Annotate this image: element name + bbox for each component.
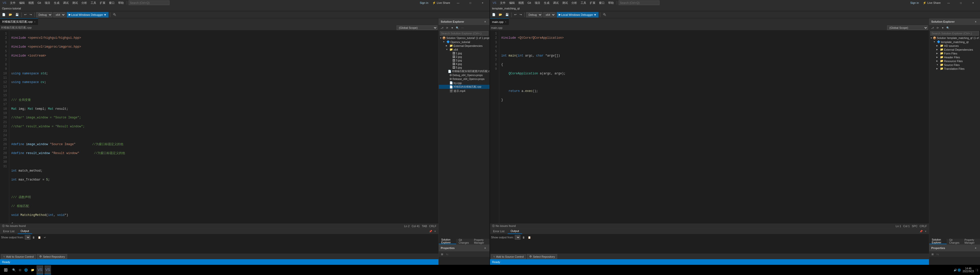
left-select-repo[interactable]: ⚙ Select Repository [37,254,67,259]
right-live-share[interactable]: ⚡ Live Share [921,1,942,5]
right-menu-tools[interactable]: 工具 [579,0,588,5]
left-debugger-dropdown-icon[interactable]: ▼ [103,13,107,16]
left-menu-extensions[interactable]: 扩展 [98,0,107,5]
left-prop-tb1[interactable]: ⊞ [440,252,444,256]
right-code-editor[interactable]: 12345 6789 #include <QtCore/QCoreApplica… [490,30,929,224]
right-tb-save[interactable]: 💾 [504,13,510,17]
right-sol-project-expand[interactable]: ▼ [933,41,936,43]
left-menu-test[interactable]: 测试 [71,0,80,5]
left-tb-new[interactable]: 📄 [1,13,6,17]
left-menu-git[interactable]: Git [36,1,43,5]
taskbar-vs-right[interactable]: VS [45,266,51,275]
right-sol-ext-expand[interactable]: ▶ [936,48,939,51]
right-code-content[interactable]: #include <QtCore/QCoreApplication> int m… [499,30,929,224]
left-editor-tab-close[interactable]: × [34,21,36,23]
right-menu-search[interactable] [619,0,659,5]
right-sol-formfiles[interactable]: ▶ 📁 Form Files [929,51,980,55]
right-prop-tb1[interactable]: ⊞ [930,252,935,256]
right-tb-redo[interactable]: ↪ [519,13,523,17]
right-output-close[interactable]: × [923,229,928,234]
right-close[interactable]: × [967,0,979,6]
left-add-to-source[interactable]: ⑂ Add to Source Control [1,254,36,259]
right-minimize[interactable]: — [943,0,955,6]
right-prop-close[interactable]: × [974,246,978,250]
right-sol-search[interactable] [930,31,979,36]
taskbar-search[interactable]: 🔍 [11,266,17,275]
left-tab-output[interactable]: Output [18,228,32,234]
left-sol-tb2[interactable]: ⟳ [445,25,449,30]
left-output-source[interactable] [25,235,30,240]
right-sol-extdeps[interactable]: ▶ 📁 External Dependencies [929,47,980,51]
left-sol-x64[interactable]: ▼ 📁 x64 [439,47,490,51]
left-maximize[interactable]: □ [465,0,476,6]
left-sol-tb1[interactable]: ⎇ [440,25,444,30]
right-menu-view[interactable]: 视图 [517,0,525,5]
left-output-copy[interactable]: 📋 [37,235,41,240]
left-menu-debug[interactable]: 调试 [62,0,70,5]
left-output-clear[interactable]: 🗑 [32,235,36,240]
right-sol-hd-expand[interactable]: ▶ [936,44,939,47]
right-play-button[interactable]: ▶ Local Windows Debugger ▼ [557,12,598,17]
right-output-pin[interactable]: 📌 [919,229,923,234]
left-sol-tab-sol[interactable]: Solution Explorer [439,239,456,244]
left-tb-save[interactable]: 💾 [14,13,20,17]
left-sol-project[interactable]: ▼ 🔷 Opencv_tutorial [439,40,490,44]
left-output-wrap[interactable]: ↵ [43,235,47,240]
left-sol-extdeps-expand[interactable]: ▶ [446,44,449,47]
right-sol-res-expand[interactable]: ▶ [936,60,939,62]
right-sol-tab-sol[interactable]: Solution Explorer [929,239,947,244]
right-sol-form-expand[interactable]: ▶ [936,52,939,54]
right-menu-extensions[interactable]: 扩展 [588,0,597,5]
right-add-to-source[interactable]: ⑂ Add to Source Control [491,254,526,259]
right-output-clear[interactable]: 🗑 [522,235,526,240]
right-sol-solution[interactable]: ▼ 📦 Solution 'template_matching_qt' (1 o… [929,36,980,40]
left-menu-window[interactable]: 窗口 [107,0,116,5]
right-editor-tab-close[interactable]: × [504,21,507,23]
right-sol-translationfiles[interactable]: ▶ 📁 Translation Files [929,67,980,71]
left-output-pin[interactable]: 📌 [428,229,433,234]
left-prop-close[interactable]: × [483,246,487,250]
right-config-dropdown[interactable]: Debug [526,12,542,17]
taskbar-edge[interactable]: 🌐 [23,266,29,275]
left-menu-tools[interactable]: 工具 [89,0,98,5]
left-sol-tb3[interactable]: ▼ [450,25,455,30]
right-menu-project[interactable]: 项目 [533,0,542,5]
left-file-4jpg[interactable]: ▶ 🖼 4.jpg [439,62,490,66]
left-menu-file[interactable]: 文件 [8,0,17,5]
left-file-dui-cpp[interactable]: ▶ 📄 对相应的在模板匹配.cpp [439,85,490,89]
left-menu-build[interactable]: 生成 [52,0,61,5]
left-tab-errorlist[interactable]: Error List [0,228,18,234]
left-sol-solution[interactable]: ▼ 📦 Solution 'Opencv_tutorial' (1 of 1 p… [439,36,490,40]
right-platform-dropdown[interactable]: x64 [543,12,555,17]
left-file-try-cpp[interactable]: ▶ 📄 try.cpp [439,81,490,85]
right-menu-file[interactable]: 文件 [498,0,507,5]
taskbar-taskview[interactable]: ⊡ [18,266,22,275]
left-sol-solution-expand[interactable]: ▼ [440,37,442,39]
right-sol-trans-expand[interactable]: ▶ [936,68,939,70]
right-tb-ext[interactable]: 🔌 [602,13,608,17]
left-sol-tb5[interactable]: ⋯ [460,25,465,30]
right-menu-help[interactable]: 帮助 [607,0,615,5]
left-live-share[interactable]: ⚡ Live Share [431,1,452,5]
left-file-match-cpp[interactable]: ▶ 📄 对模板匹配实现匹配图片的匹配.cpp [439,69,490,73]
taskbar-start[interactable]: ⊞ [1,266,10,275]
left-code-content[interactable]: #include <opencv2/highgui/highgui.hpp> #… [9,30,438,224]
left-sol-extdeps[interactable]: ▶ 📁 External Dependencies [439,44,490,47]
right-tab-errorlist[interactable]: Error List [490,228,508,234]
show-desktop[interactable]: | [976,269,979,272]
left-play-button[interactable]: ▶ Local Windows Debugger ▼ [67,12,108,17]
right-prop-tb2[interactable]: ↑↓ [935,252,940,256]
left-menu-edit[interactable]: 编辑 [18,0,26,5]
left-file-release-props[interactable]: ▶ ⚙ Release_x64_Opencv.props [439,77,490,81]
left-menu-view[interactable]: 视图 [27,0,35,5]
taskbar-explorer[interactable]: 📁 [30,266,35,275]
right-sol-headerfiles[interactable]: ▶ 📁 Header Files [929,55,980,59]
right-sol-hdsources[interactable]: ▶ 📁 HD sources [929,44,980,47]
right-sol-tb3[interactable]: ▼ [940,25,945,30]
left-tb-redo[interactable]: ↪ [29,13,33,17]
left-sol-tb4[interactable]: 🔍 [455,25,460,30]
right-sol-header-expand[interactable]: ▶ [936,56,939,58]
left-menu-search[interactable] [129,0,169,5]
right-sign-in[interactable]: Sign in [908,1,921,5]
left-editor-tab[interactable]: 对模板匹配实现匹配.cpp × [0,18,38,25]
